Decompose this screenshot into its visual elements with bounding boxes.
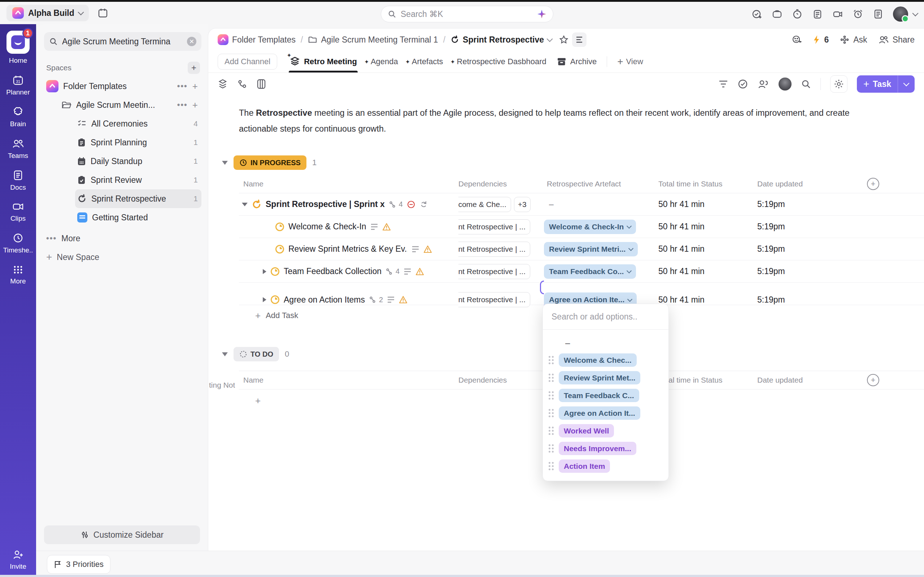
drag-handle-icon[interactable] (549, 356, 554, 364)
task-row[interactable]: Agree on Action Items 2 int Retrospectiv… (239, 283, 924, 305)
artefact-chip[interactable]: Review Sprint Metri... (544, 242, 638, 256)
sidebar-item-folder[interactable]: Agile Scrum Meetin... ••• + (59, 95, 201, 114)
drag-handle-icon[interactable] (549, 427, 554, 435)
task-name[interactable]: Sprint Retrospective | Sprint x (266, 200, 385, 209)
tab-agenda[interactable]: ✦ Agenda (367, 51, 398, 73)
collapse-caret-icon[interactable] (222, 352, 228, 356)
task-row-parent[interactable]: Sprint Retrospective | Sprint x 4 lcome … (239, 193, 924, 216)
reminder-clock-icon[interactable] (853, 9, 863, 19)
breadcrumb-folder[interactable]: Agile Scrum Meeting Terminal 1 (321, 35, 438, 45)
dropdown-option[interactable]: Worked Well (543, 422, 669, 440)
blocked-icon[interactable] (407, 200, 415, 209)
rail-item-brain[interactable]: Brain (0, 106, 36, 128)
dependencies-icon[interactable] (237, 79, 247, 89)
task-button-dropdown[interactable] (898, 76, 914, 93)
sidebar-item-sprint-retrospective[interactable]: Sprint Retrospective 1 (75, 189, 201, 208)
rail-item-teams[interactable]: Teams (0, 138, 36, 160)
task-name[interactable]: Agree on Action Items (284, 295, 365, 305)
col-date-updated[interactable]: Date updated (755, 376, 867, 384)
option-chip[interactable]: Worked Well (559, 424, 614, 437)
chevron-down-icon[interactable] (913, 10, 919, 16)
dropdown-option[interactable]: Review Sprint Met... (543, 369, 669, 387)
dependency-chip[interactable]: lcome & Che... (459, 197, 511, 212)
warning-icon[interactable] (423, 245, 432, 253)
add-task-button[interactable]: +Task (857, 76, 914, 93)
dropdown-option[interactable]: Needs Improvem... (543, 440, 669, 457)
subtask-count[interactable]: 4 (389, 200, 403, 208)
dropdown-option-none[interactable]: – (543, 335, 669, 351)
artefact-chip[interactable]: Welcome & Check-In (544, 220, 636, 234)
timer-icon[interactable] (792, 9, 803, 19)
clip-record-icon[interactable] (832, 9, 843, 19)
plus-icon[interactable]: + (192, 100, 198, 111)
in-progress-status-icon[interactable] (275, 245, 284, 254)
option-chip[interactable]: Review Sprint Met... (559, 371, 640, 384)
automation-usage[interactable]: 6 (813, 35, 829, 45)
customize-sidebar-button[interactable]: Customize Sidebar (44, 525, 200, 544)
sidebar-search-input[interactable]: Agile Scrum Meeting Termina ✕ (44, 32, 201, 51)
drag-handle-icon[interactable] (549, 391, 554, 400)
warning-icon[interactable] (382, 223, 391, 231)
rail-item-clips[interactable]: Clips (0, 201, 36, 222)
search-in-list-icon[interactable] (801, 79, 811, 89)
col-date-updated[interactable]: Date updated (755, 180, 867, 188)
priorities-pill[interactable]: 3 Priorities (47, 555, 110, 574)
task-name[interactable]: Team Feedback Collection (284, 266, 381, 276)
drag-handle-icon[interactable] (549, 374, 554, 382)
rail-item-invite[interactable]: Invite (0, 549, 36, 571)
notes-doc-icon[interactable] (873, 9, 884, 19)
rail-item-docs[interactable]: Docs (0, 169, 36, 192)
option-chip[interactable]: Agree on Action It... (559, 406, 640, 420)
dependency-chip[interactable]: int Retrospective | ... (459, 219, 530, 234)
col-name[interactable]: Name (239, 180, 459, 188)
add-view-button[interactable]: + View (617, 56, 643, 68)
add-space-button[interactable]: + (188, 62, 200, 74)
sidebar-item-more[interactable]: ••• More (44, 229, 201, 248)
collapse-caret-icon[interactable] (222, 161, 228, 165)
col-dependencies[interactable]: Dependencies (459, 180, 544, 188)
in-progress-status-icon[interactable] (275, 222, 284, 232)
add-column-icon[interactable]: + (867, 374, 879, 386)
group-by-icon[interactable] (218, 79, 228, 89)
global-search[interactable]: Search ⌘K (381, 6, 553, 23)
rail-item-planner[interactable]: 31 Planner (0, 74, 36, 96)
dropdown-option[interactable]: Welcome & Chec... (543, 351, 669, 369)
assignees-icon[interactable] (758, 79, 769, 89)
status-badge[interactable]: TO DO (234, 347, 279, 361)
recurring-icon[interactable] (419, 200, 428, 209)
dropdown-search-input[interactable]: Search or add options.. (543, 304, 669, 330)
subtask-count[interactable]: 4 (386, 267, 399, 276)
dropdown-option[interactable]: Action Item (543, 457, 669, 475)
calendar-icon[interactable] (97, 8, 108, 18)
ai-sparkle-icon[interactable] (537, 10, 546, 19)
dependency-chip[interactable]: int Retrospective | ... (459, 292, 530, 307)
expand-caret-icon[interactable] (263, 269, 267, 274)
subtask-count[interactable]: 2 (369, 296, 383, 304)
status-badge[interactable]: IN PROGRESS (234, 155, 307, 170)
option-chip[interactable]: Needs Improvem... (559, 442, 636, 455)
tab-retrospective-dashboard[interactable]: ✦ Retrospective Dasbhoard (453, 51, 546, 73)
clear-search-icon[interactable]: ✕ (187, 37, 196, 46)
warning-icon[interactable] (399, 296, 407, 304)
dependency-more-chip[interactable]: +3 (514, 197, 531, 212)
tab-retro-meeting[interactable]: ✦ Retro Meeting (289, 51, 357, 73)
columns-icon[interactable] (257, 79, 266, 89)
warning-icon[interactable] (415, 268, 424, 276)
me-filter-avatar[interactable] (779, 77, 792, 90)
drag-handle-icon[interactable] (549, 409, 554, 417)
drag-handle-icon[interactable] (549, 462, 554, 470)
col-total-time-in-status[interactable]: Total time in Status (657, 376, 755, 384)
in-progress-status-icon[interactable] (270, 267, 280, 276)
notepad-icon[interactable] (812, 9, 823, 19)
dependency-chip[interactable]: int Retrospective | ... (459, 242, 530, 257)
list-menu-icon[interactable] (572, 32, 586, 47)
artefact-empty[interactable]: – (544, 200, 657, 209)
chevron-down-icon[interactable] (547, 36, 553, 42)
sidebar-item-space[interactable]: Folder Templates ••• + (44, 77, 201, 95)
add-column-icon[interactable]: + (867, 178, 879, 190)
col-retrospective-artefact[interactable]: Retrospective Artefact (544, 180, 657, 188)
task-row[interactable]: Welcome & Check-In int Retrospective | .… (239, 216, 924, 238)
list-description[interactable]: The Retrospective meeting is an essentia… (239, 105, 881, 137)
filter-icon[interactable] (719, 80, 728, 88)
sidebar-item-all-ceremonies[interactable]: All Ceremonies 4 (75, 114, 201, 133)
